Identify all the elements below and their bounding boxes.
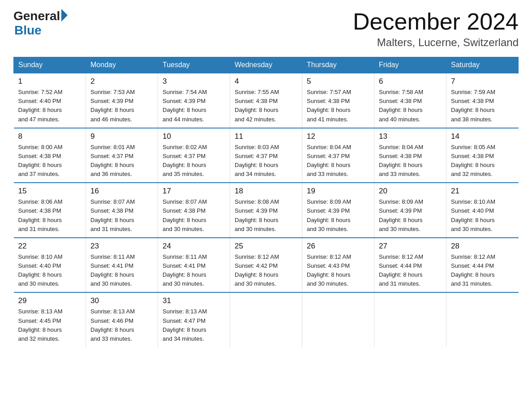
- day-number: 12: [307, 132, 369, 141]
- cell-w1-d2: 2Sunrise: 7:53 AMSunset: 4:39 PMDaylight…: [86, 73, 158, 128]
- day-number: 10: [163, 132, 225, 141]
- day-number: 31: [163, 296, 225, 305]
- day-number: 29: [18, 296, 82, 305]
- header-wednesday: Wednesday: [230, 57, 302, 73]
- day-info: Sunrise: 8:13 AMSunset: 4:46 PMDaylight:…: [90, 307, 153, 343]
- day-info: Sunrise: 7:52 AMSunset: 4:40 PMDaylight:…: [18, 88, 82, 124]
- location-title: Malters, Lucerne, Switzerland: [353, 36, 519, 49]
- day-number: 7: [451, 77, 514, 86]
- week-row-2: 8Sunrise: 8:00 AMSunset: 4:38 PMDaylight…: [14, 128, 519, 183]
- cell-w4-d5: 26Sunrise: 8:12 AMSunset: 4:43 PMDayligh…: [302, 238, 374, 293]
- title-block: December 2024 Malters, Lucerne, Switzerl…: [353, 9, 519, 49]
- day-number: 19: [307, 187, 369, 196]
- logo-general-text: General: [13, 9, 60, 23]
- header-sunday: Sunday: [14, 57, 86, 73]
- day-number: 1: [18, 77, 82, 86]
- day-number: 8: [18, 132, 82, 141]
- logo-arrow-icon: [61, 9, 68, 21]
- cell-w4-d7: 28Sunrise: 8:12 AMSunset: 4:44 PMDayligh…: [446, 238, 519, 293]
- header-monday: Monday: [86, 57, 158, 73]
- day-number: 28: [451, 242, 514, 251]
- cell-w4-d2: 23Sunrise: 8:11 AMSunset: 4:41 PMDayligh…: [86, 238, 158, 293]
- cell-w2-d2: 9Sunrise: 8:01 AMSunset: 4:37 PMDaylight…: [86, 128, 158, 183]
- day-info: Sunrise: 8:07 AMSunset: 4:38 PMDaylight:…: [90, 197, 153, 234]
- header-friday: Friday: [374, 57, 446, 73]
- cell-w5-d4: [230, 292, 302, 347]
- day-number: 4: [235, 77, 297, 86]
- day-number: 9: [90, 132, 153, 141]
- cell-w5-d5: [302, 292, 374, 347]
- day-number: 3: [163, 77, 225, 86]
- day-info: Sunrise: 7:57 AMSunset: 4:38 PMDaylight:…: [307, 88, 369, 124]
- day-number: 21: [451, 187, 514, 196]
- cell-w5-d6: [374, 292, 446, 347]
- cell-w1-d6: 6Sunrise: 7:58 AMSunset: 4:38 PMDaylight…: [374, 73, 446, 128]
- cell-w1-d7: 7Sunrise: 7:59 AMSunset: 4:38 PMDaylight…: [446, 73, 519, 128]
- cell-w2-d6: 13Sunrise: 8:04 AMSunset: 4:38 PMDayligh…: [374, 128, 446, 183]
- day-number: 6: [379, 77, 442, 86]
- day-number: 11: [235, 132, 297, 141]
- day-info: Sunrise: 8:02 AMSunset: 4:37 PMDaylight:…: [163, 143, 225, 179]
- week-row-3: 15Sunrise: 8:06 AMSunset: 4:38 PMDayligh…: [14, 183, 519, 238]
- week-row-5: 29Sunrise: 8:13 AMSunset: 4:45 PMDayligh…: [14, 292, 519, 347]
- day-number: 23: [90, 242, 153, 251]
- day-info: Sunrise: 8:12 AMSunset: 4:44 PMDaylight:…: [379, 253, 442, 289]
- day-number: 5: [307, 77, 369, 86]
- day-info: Sunrise: 8:12 AMSunset: 4:43 PMDaylight:…: [307, 253, 369, 289]
- cell-w1-d3: 3Sunrise: 7:54 AMSunset: 4:39 PMDaylight…: [158, 73, 230, 128]
- cell-w5-d7: [446, 292, 519, 347]
- cell-w1-d1: 1Sunrise: 7:52 AMSunset: 4:40 PMDaylight…: [14, 73, 86, 128]
- logo-blue-text: Blue: [14, 23, 42, 38]
- day-number: 22: [18, 242, 82, 251]
- cell-w4-d3: 24Sunrise: 8:11 AMSunset: 4:41 PMDayligh…: [158, 238, 230, 293]
- day-info: Sunrise: 7:58 AMSunset: 4:38 PMDaylight:…: [379, 88, 442, 124]
- cell-w4-d1: 22Sunrise: 8:10 AMSunset: 4:40 PMDayligh…: [14, 238, 86, 293]
- month-title: December 2024: [353, 9, 519, 34]
- day-number: 2: [90, 77, 153, 86]
- cell-w2-d4: 11Sunrise: 8:03 AMSunset: 4:37 PMDayligh…: [230, 128, 302, 183]
- calendar-header-row: SundayMondayTuesdayWednesdayThursdayFrid…: [14, 57, 519, 73]
- cell-w3-d7: 21Sunrise: 8:10 AMSunset: 4:40 PMDayligh…: [446, 183, 519, 238]
- day-info: Sunrise: 8:13 AMSunset: 4:45 PMDaylight:…: [18, 307, 82, 343]
- page-header: General Blue December 2024 Malters, Luce…: [13, 9, 519, 49]
- cell-w1-d4: 4Sunrise: 7:55 AMSunset: 4:38 PMDaylight…: [230, 73, 302, 128]
- day-number: 17: [163, 187, 225, 196]
- day-info: Sunrise: 8:09 AMSunset: 4:39 PMDaylight:…: [379, 197, 442, 234]
- day-info: Sunrise: 8:00 AMSunset: 4:38 PMDaylight:…: [18, 143, 82, 179]
- day-number: 16: [90, 187, 153, 196]
- cell-w1-d5: 5Sunrise: 7:57 AMSunset: 4:38 PMDaylight…: [302, 73, 374, 128]
- day-info: Sunrise: 8:11 AMSunset: 4:41 PMDaylight:…: [90, 253, 153, 289]
- day-info: Sunrise: 8:03 AMSunset: 4:37 PMDaylight:…: [235, 143, 297, 179]
- day-info: Sunrise: 8:01 AMSunset: 4:37 PMDaylight:…: [90, 143, 153, 179]
- day-info: Sunrise: 8:12 AMSunset: 4:44 PMDaylight:…: [451, 253, 514, 289]
- header-tuesday: Tuesday: [158, 57, 230, 73]
- cell-w3-d1: 15Sunrise: 8:06 AMSunset: 4:38 PMDayligh…: [14, 183, 86, 238]
- logo: General Blue: [13, 9, 68, 38]
- day-number: 27: [379, 242, 442, 251]
- day-info: Sunrise: 8:08 AMSunset: 4:39 PMDaylight:…: [235, 197, 297, 234]
- week-row-1: 1Sunrise: 7:52 AMSunset: 4:40 PMDaylight…: [14, 73, 519, 128]
- day-info: Sunrise: 8:12 AMSunset: 4:42 PMDaylight:…: [235, 253, 297, 289]
- header-thursday: Thursday: [302, 57, 374, 73]
- day-number: 24: [163, 242, 225, 251]
- day-info: Sunrise: 8:10 AMSunset: 4:40 PMDaylight:…: [451, 197, 514, 234]
- day-info: Sunrise: 8:07 AMSunset: 4:38 PMDaylight:…: [163, 197, 225, 234]
- cell-w5-d1: 29Sunrise: 8:13 AMSunset: 4:45 PMDayligh…: [14, 292, 86, 347]
- day-number: 15: [18, 187, 82, 196]
- day-number: 25: [235, 242, 297, 251]
- day-info: Sunrise: 7:55 AMSunset: 4:38 PMDaylight:…: [235, 88, 297, 124]
- day-info: Sunrise: 7:54 AMSunset: 4:39 PMDaylight:…: [163, 88, 225, 124]
- cell-w3-d2: 16Sunrise: 8:07 AMSunset: 4:38 PMDayligh…: [86, 183, 158, 238]
- day-info: Sunrise: 8:13 AMSunset: 4:47 PMDaylight:…: [163, 307, 225, 343]
- day-info: Sunrise: 7:53 AMSunset: 4:39 PMDaylight:…: [90, 88, 153, 124]
- day-number: 20: [379, 187, 442, 196]
- cell-w3-d5: 19Sunrise: 8:09 AMSunset: 4:39 PMDayligh…: [302, 183, 374, 238]
- cell-w2-d1: 8Sunrise: 8:00 AMSunset: 4:38 PMDaylight…: [14, 128, 86, 183]
- day-info: Sunrise: 8:04 AMSunset: 4:37 PMDaylight:…: [307, 143, 369, 179]
- cell-w2-d5: 12Sunrise: 8:04 AMSunset: 4:37 PMDayligh…: [302, 128, 374, 183]
- day-number: 18: [235, 187, 297, 196]
- day-number: 30: [90, 296, 153, 305]
- calendar-table: SundayMondayTuesdayWednesdayThursdayFrid…: [13, 57, 519, 347]
- day-info: Sunrise: 8:06 AMSunset: 4:38 PMDaylight:…: [18, 197, 82, 234]
- cell-w4-d6: 27Sunrise: 8:12 AMSunset: 4:44 PMDayligh…: [374, 238, 446, 293]
